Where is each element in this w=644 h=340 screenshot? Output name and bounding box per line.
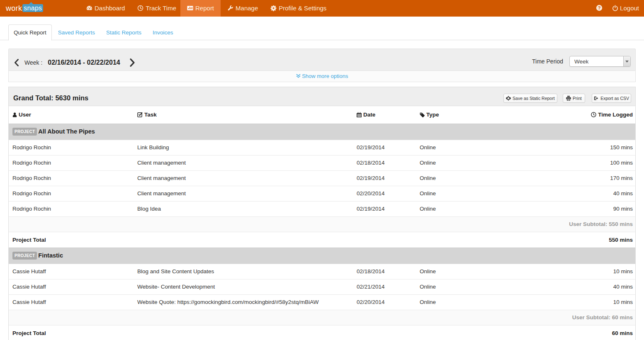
svg-text:?: ? bbox=[598, 5, 601, 10]
